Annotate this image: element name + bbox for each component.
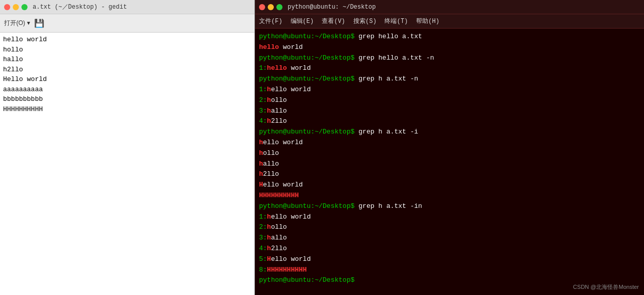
line-7: bbbbbbbbbb [3,94,251,104]
gedit-toolbar: 打开(O) ▾ 💾 [0,14,254,33]
terminal-titlebar: python@ubuntu: ~/Desktop [255,0,644,14]
line-1: hello world [3,35,251,45]
line-8: HHHHHHHHHH [3,104,251,115]
output-5e: 5:Hello world [259,254,640,265]
output-1: hello world [259,42,640,53]
terminal-close-button[interactable] [259,4,265,10]
gedit-window: a.txt (~／Desktop) - gedit 打开(O) ▾ 💾 hell… [0,0,255,295]
output-3b: 2:hollo [259,95,640,106]
menu-search[interactable]: 搜索(S) [353,17,377,25]
cmd-line-1: python@ubuntu:~/Desktop$ grep hello a.tx… [259,32,640,42]
gedit-title: a.txt (~／Desktop) - gedit [33,3,127,11]
minimize-button[interactable] [13,4,19,10]
terminal-window-controls [259,4,282,10]
line-5: Hello world [3,74,251,85]
output-5c: 3:hallo [259,233,640,244]
watermark: CSDN @北海怪兽Monster [573,283,639,291]
cmd-line-4: python@ubuntu:~/Desktop$ grep h a.txt -i [259,127,640,138]
terminal-content[interactable]: python@ubuntu:~/Desktop$ grep hello a.tx… [255,29,644,295]
output-3d: 4:h2llo [259,116,640,127]
cmd-line-2: python@ubuntu:~/Desktop$ grep hello a.tx… [259,53,640,64]
terminal-maximize-button[interactable] [276,4,282,10]
menu-file[interactable]: 文件(F) [259,17,282,25]
output-4c: hallo [259,159,640,170]
output-5a: 1:hello world [259,212,640,223]
output-3c: 3:hallo [259,106,640,117]
output-5b: 2:hollo [259,222,640,233]
gedit-content[interactable]: hello world hollo hallo h2llo Hello worl… [0,33,254,295]
output-5d: 4:h2llo [259,244,640,254]
terminal-window: python@ubuntu: ~/Desktop 文件(F) 编辑(E) 查看(… [255,0,644,295]
output-4e: Hello world [259,180,640,191]
menu-edit[interactable]: 编辑(E) [291,17,314,25]
output-4a: hello world [259,138,640,148]
line-6: aaaaaaaaaa [3,85,251,95]
line-4: h2llo [3,65,251,75]
line-2: hollo [3,45,251,55]
close-button[interactable] [4,4,10,10]
output-3a: 1:hello world [259,85,640,95]
terminal-menubar: 文件(F) 编辑(E) 查看(V) 搜索(S) 终端(T) 帮助(H) [255,14,644,29]
menu-terminal[interactable]: 终端(T) [384,17,408,25]
output-4b: hollo [259,148,640,159]
line-3: hallo [3,55,251,65]
output-4d: h2llo [259,169,640,180]
window-controls [4,4,28,10]
menu-view[interactable]: 查看(V) [322,17,345,25]
output-2: 1:hello world [259,63,640,74]
output-5f: 8:HHHHHHHHHH [259,265,640,276]
save-icon[interactable]: 💾 [34,18,44,29]
output-4f: HHHHHHHHHH [259,191,640,201]
cmd-line-5: python@ubuntu:~/Desktop$ grep h a.txt -i… [259,201,640,212]
terminal-minimize-button[interactable] [268,4,274,10]
maximize-button[interactable] [21,4,28,10]
cmd-line-3: python@ubuntu:~/Desktop$ grep h a.txt -n [259,74,640,85]
gedit-titlebar: a.txt (~／Desktop) - gedit [0,0,254,14]
terminal-title: python@ubuntu: ~/Desktop [288,4,376,11]
menu-help[interactable]: 帮助(H) [416,17,440,25]
open-button[interactable]: 打开(O) ▾ [4,19,30,28]
